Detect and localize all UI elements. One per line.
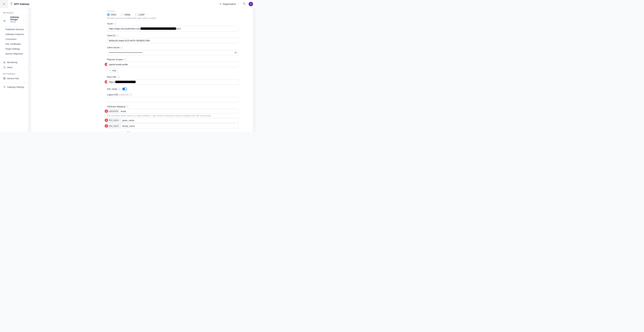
svg-rect-3 — [4, 20, 6, 22]
sidebar-item-service-hub[interactable]: Service Hub — [1, 76, 27, 81]
sidebar: API Runtime Gateway Groups default Publi… — [0, 8, 28, 132]
chevron-down-icon — [23, 66, 25, 68]
svg-rect-7 — [4, 78, 5, 79]
service-hub-icon — [3, 77, 6, 80]
redacted-root-url — [116, 81, 136, 83]
role-map-toggle[interactable] — [126, 131, 130, 132]
client-id-label: Client ID — [107, 34, 116, 37]
ssl-verify-toggle[interactable] — [122, 88, 127, 90]
attr-username-input[interactable]: email — [119, 109, 238, 114]
svg-point-1 — [221, 3, 221, 4]
brand-logo-icon — [10, 2, 13, 6]
client-secret-input[interactable]: •••••••••••••••••••••••••••••••••••• — [107, 50, 238, 55]
attr-last-input[interactable]: family_name — [120, 124, 238, 128]
sidebar-item-alerts[interactable]: Alerts — [1, 65, 27, 70]
sidebar-item-gateway-instances[interactable]: Gateway Instances — [1, 32, 27, 37]
server-icon — [3, 20, 6, 22]
info-icon[interactable]: i — [126, 106, 128, 108]
radio-ldap[interactable]: LDAP — [135, 13, 145, 16]
sidebar-item-published-services[interactable]: Published Services — [1, 27, 27, 32]
provider-label: Provider — [107, 10, 247, 12]
form-card: Provider OIDC SAML LDAP Provider cannot … — [31, 8, 253, 132]
root-url-label: Root URL — [107, 76, 116, 78]
sidebar-item-gateway-settings[interactable]: Gateway Settings — [1, 84, 27, 90]
attr-username-row: 3 username email — [107, 109, 238, 114]
sidebar-item-plugin-settings[interactable]: Plugin Settings — [1, 46, 27, 51]
chevron-down-icon — [23, 20, 25, 22]
radio-icon — [120, 13, 123, 16]
user-avatar[interactable]: A — [249, 2, 253, 6]
logout-url-input[interactable] — [107, 97, 238, 102]
client-secret-label: Client Secret — [107, 46, 120, 49]
info-icon[interactable]: i — [118, 76, 120, 78]
root-url-input[interactable]: https:// — [107, 79, 238, 84]
info-icon[interactable]: i — [118, 88, 120, 90]
info-icon[interactable]: i — [116, 34, 118, 37]
attr-username-note: The username will be used as a unique id… — [107, 114, 247, 117]
svg-point-0 — [220, 3, 220, 4]
sidebar-gateway-groups[interactable]: Gateway Groups default — [1, 15, 27, 27]
attr-first-key: first_name — [107, 118, 120, 122]
section-publishing: API Publishing — [1, 72, 27, 76]
info-icon[interactable]: i — [120, 46, 123, 48]
org-icon — [219, 3, 222, 5]
attr-last-row: 5 last_name family_name — [107, 124, 238, 128]
attr-first-input[interactable]: given_name — [120, 118, 238, 122]
svg-rect-5 — [4, 78, 5, 78]
redacted-tenant — [141, 28, 176, 30]
swap-icon — [3, 3, 6, 6]
scopes-input[interactable]: openid email profile — [107, 62, 238, 67]
brand-name: API7 Gateway — [14, 3, 30, 6]
attr-first-row: 4 first_name given_name — [107, 118, 238, 122]
translate-icon — [243, 2, 246, 5]
svg-point-2 — [220, 4, 220, 5]
sidebar-item-monitoring[interactable]: Monitoring — [1, 60, 27, 65]
org-label: Organization — [222, 3, 236, 6]
chevron-down-icon — [237, 3, 239, 5]
attr-username-key: username — [107, 109, 119, 114]
radio-saml[interactable]: SAML — [120, 13, 131, 16]
svg-point-9 — [235, 52, 236, 53]
eye-icon[interactable] — [234, 51, 237, 54]
ssl-verify-label: SSL Verify — [107, 88, 117, 90]
annotation-badge-4: 4 — [105, 118, 108, 122]
alerts-icon — [3, 66, 6, 68]
info-icon[interactable]: i — [122, 132, 124, 132]
logout-url-label: Logout URL (Optional) — [107, 93, 129, 96]
attr-last-key: last_name — [107, 124, 120, 128]
group-sub: default — [10, 21, 18, 23]
client-id-input[interactable]: 6e0dcc91-8add-4215-8d79-7803bf3c709d — [107, 38, 238, 43]
plus-icon — [109, 70, 111, 72]
organization-dropdown[interactable]: Organization — [219, 3, 239, 6]
provider-note: Provider cannot be modified after login … — [107, 17, 247, 19]
svg-rect-4 — [4, 78, 4, 78]
radio-oidc[interactable]: OIDC — [107, 13, 116, 16]
scopes-add-button[interactable]: Add — [107, 68, 118, 73]
avatar-initial: A — [250, 3, 252, 5]
role-map-label: Role Mapping — [107, 132, 120, 132]
annotation-badge-5: 5 — [105, 124, 108, 128]
issuer-input[interactable]: https://login.microsoftonline.com//v2.0 — [107, 26, 238, 31]
sidebar-item-consumers[interactable]: Consumers — [1, 37, 27, 42]
svg-rect-6 — [4, 78, 4, 79]
language-button[interactable] — [243, 2, 246, 6]
brand: API7 Gateway — [10, 2, 30, 6]
sidebar-collapse-button[interactable] — [0, 0, 8, 8]
section-runtime: API Runtime — [1, 10, 27, 15]
attr-map-label: Attributes Mapping — [107, 105, 125, 108]
sidebar-item-ssl-certificates[interactable]: SSL Certificates — [1, 42, 27, 46]
info-icon[interactable]: i — [130, 94, 132, 96]
monitoring-icon — [3, 61, 6, 64]
sidebar-item-service-registries[interactable]: Service Registries — [1, 51, 27, 56]
annotation-badge-3: 3 — [105, 110, 108, 113]
group-title: Gateway Groups — [10, 16, 18, 21]
svg-point-8 — [4, 86, 5, 87]
gear-icon — [3, 86, 6, 88]
radio-icon — [107, 13, 110, 16]
info-icon[interactable]: i — [124, 58, 126, 60]
issuer-label: Issuer — [107, 22, 113, 25]
scopes-label: Request Scopes — [107, 58, 123, 61]
info-icon[interactable]: i — [114, 22, 116, 25]
radio-icon — [135, 13, 138, 16]
